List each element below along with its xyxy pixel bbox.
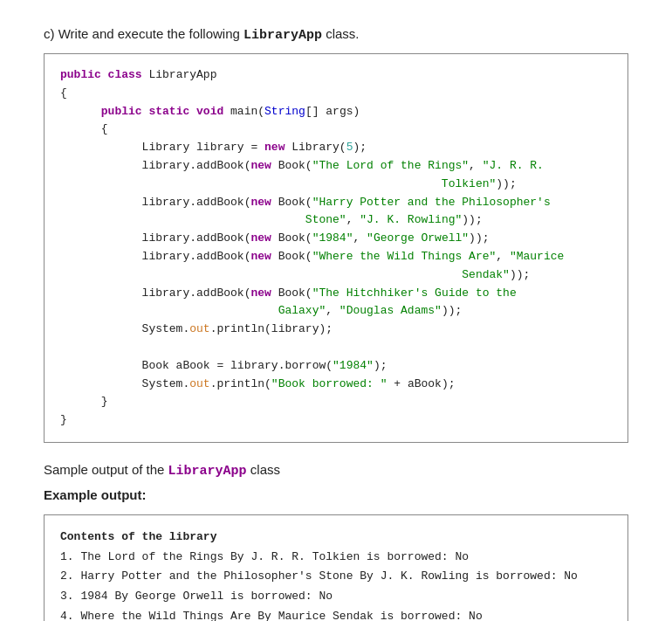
output-line-5: 4. Where the Wild Things Are By Maurice … [60, 607, 612, 621]
output-line-3: 2. Harry Potter and the Philosopher's St… [60, 567, 612, 587]
sample-output-suffix: class [247, 462, 280, 477]
part-c-classname: LibraryApp [243, 28, 322, 43]
code-block: public class LibraryApp { public static … [44, 53, 628, 443]
part-c-text: c) Write and execute the following [44, 26, 243, 41]
part-c-suffix: class. [322, 26, 360, 41]
output-line-2: 1. The Lord of the Rings By J. R. R. Tol… [60, 548, 612, 568]
output-line-1: Contents of the library [60, 528, 612, 548]
part-c-label: c) Write and execute the following Libra… [44, 26, 628, 43]
sample-output-classname: LibraryApp [168, 464, 247, 479]
output-line-4: 3. 1984 By George Orwell is borrowed: No [60, 587, 612, 607]
example-output-heading: Example output: [44, 487, 628, 502]
sample-output-prefix: Sample output of the [44, 462, 168, 477]
sample-output-label: Sample output of the LibraryApp class [44, 462, 628, 479]
output-box: Contents of the library 1. The Lord of t… [44, 514, 628, 621]
